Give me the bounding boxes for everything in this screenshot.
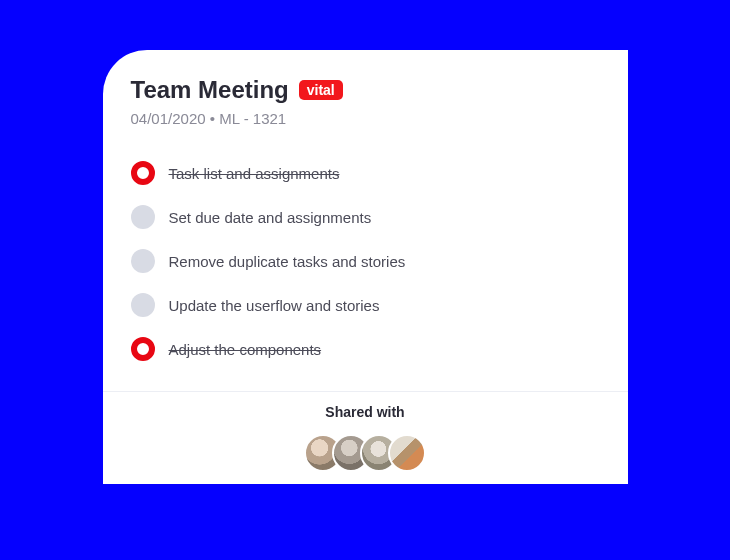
checkbox-checked-icon[interactable] <box>131 337 155 361</box>
task-label: Adjust the components <box>169 341 322 358</box>
title-row: Team Meeting vital <box>131 76 600 104</box>
task-item[interactable]: Update the userflow and stories <box>131 293 600 317</box>
task-label: Set due date and assignments <box>169 209 372 226</box>
meta-separator: • <box>210 110 215 127</box>
checkbox-unchecked-icon[interactable] <box>131 249 155 273</box>
task-list: Task list and assignments Set due date a… <box>131 161 600 361</box>
card-meta: 04/01/2020 • ML - 1321 <box>131 110 600 127</box>
shared-label: Shared with <box>131 404 600 420</box>
avatar[interactable] <box>388 434 426 472</box>
checkbox-checked-icon[interactable] <box>131 161 155 185</box>
task-item[interactable]: Adjust the components <box>131 337 600 361</box>
checkbox-unchecked-icon[interactable] <box>131 205 155 229</box>
card-title: Team Meeting <box>131 76 289 104</box>
avatar-group <box>131 434 600 472</box>
task-label: Task list and assignments <box>169 165 340 182</box>
meeting-card: Team Meeting vital 04/01/2020 • ML - 132… <box>103 50 628 484</box>
task-label: Remove duplicate tasks and stories <box>169 253 406 270</box>
task-item[interactable]: Remove duplicate tasks and stories <box>131 249 600 273</box>
task-item[interactable]: Task list and assignments <box>131 161 600 185</box>
checkbox-unchecked-icon[interactable] <box>131 293 155 317</box>
task-label: Update the userflow and stories <box>169 297 380 314</box>
card-date: 04/01/2020 <box>131 110 206 127</box>
card-header: Team Meeting vital 04/01/2020 • ML - 132… <box>131 76 600 127</box>
shared-section: Shared with <box>131 392 600 484</box>
task-item[interactable]: Set due date and assignments <box>131 205 600 229</box>
card-code: ML - 1321 <box>219 110 286 127</box>
priority-tag: vital <box>299 80 343 101</box>
